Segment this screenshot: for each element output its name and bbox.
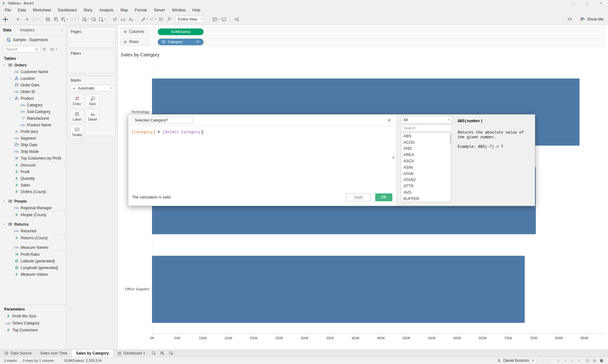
field-row-product[interactable]: ∨Product [0,95,66,102]
chevron-right-icon[interactable]: › [8,77,12,80]
field-row-product-name[interactable]: AbcProduct Name [0,122,66,128]
menu-analysis[interactable]: Analysis [96,7,117,13]
field-row-quantity[interactable]: #Quantity [0,175,66,182]
field-row-ship-date[interactable]: Ship Date [0,141,66,148]
menu-help[interactable]: Help [189,7,204,13]
replay-button[interactable]: ▾ [31,15,39,23]
tableau-logo-button[interactable] [1,15,10,23]
user-menu[interactable]: Daniel Bostrom ▾ [497,358,534,363]
filter-fields-icon[interactable] [42,47,47,52]
field-row-manufacturer[interactable]: Manufacturer [0,115,66,122]
nav-last-icon[interactable] [577,359,581,363]
sheet-tab-sales-by-category[interactable]: Sales by Category [72,350,113,357]
function-item-avg[interactable]: AVG [401,189,452,196]
function-item-asin[interactable]: ASIN [401,164,452,171]
chevron-down-icon[interactable]: ∨ [2,64,6,66]
mark-button-tooltip[interactable]: Tooltip [70,125,84,139]
function-category-dropdown[interactable]: All ▾ [401,116,452,123]
function-item-atan[interactable]: ATAN [401,171,452,177]
nav-first-icon[interactable] [556,359,560,363]
menu-server[interactable]: Server [150,7,168,13]
pill-category[interactable]: Category [158,39,204,45]
close-icon[interactable]: ✕ [386,117,392,123]
chevron-down-icon[interactable]: ∨ [2,223,6,226]
chevron-down-icon[interactable]: ∨ [8,97,12,100]
field-row-discount[interactable]: #Discount [0,162,66,168]
row-label-technology[interactable]: Technology [118,110,149,114]
mark-button-label[interactable]: Label [70,109,84,123]
menu-window[interactable]: Window [168,7,189,13]
chevron-down-icon[interactable]: ∨ [2,200,6,203]
apply-button[interactable]: Apply [346,193,371,201]
fit-selector-dropdown[interactable]: Entire View▾ [175,16,205,23]
field-row-order-id[interactable]: AbcOrder ID [0,88,66,95]
field-row-location[interactable]: ›Location [0,75,66,82]
new-story-tab-button[interactable] [167,350,175,357]
field-row-sub-category[interactable]: AbcSub-Category [0,108,66,115]
field-row-regional-manager[interactable]: AbcRegional Manager [0,204,66,211]
filters-shelf[interactable]: Filters [67,49,116,73]
nav-prev-icon[interactable] [563,359,567,363]
menu-story[interactable]: Story [80,7,96,13]
field-row-order-date[interactable]: Order Date [0,82,66,88]
pages-shelf[interactable]: Pages [67,27,116,47]
parameter-row-select-category[interactable]: AbcSelect Category [0,320,66,327]
field-row-customer-name[interactable]: AbcCustomer Name [0,68,66,75]
sort-ascending-button[interactable] [119,15,127,23]
undo-arrow-button[interactable] [14,15,22,23]
new-dashboard-tab-button[interactable] [158,350,167,357]
table-row-orders[interactable]: ∨Orders [0,62,66,68]
maximize-button[interactable]: □ [580,0,594,6]
sheet-tab-dashboard-1[interactable]: Dashboard 1 [113,350,150,357]
clear-sheet-button[interactable]: ▾ [98,15,106,23]
sort-descending-button[interactable] [127,15,136,23]
calculation-name-input[interactable]: Selected Category? [132,117,193,124]
mark-type-dropdown[interactable]: Automatic ▾ [70,85,113,91]
redo-arrow-button[interactable] [22,15,31,23]
function-item-acos[interactable]: ACOS [401,139,452,146]
formula-editor[interactable]: [Category] = [Select Category] [128,126,396,192]
menu-dashboard[interactable]: Dashboard [54,7,80,13]
pill-sum-sales[interactable]: SUM(Sales) [158,28,204,35]
datasource-row[interactable]: Sample - Superstore [0,35,66,44]
field-row-ship-mode[interactable]: AbcShip Mode [0,148,66,155]
view-as-list-icon[interactable] [50,47,54,52]
show-me-button[interactable]: Show Me [580,16,604,22]
swap-axes-button[interactable] [111,15,119,23]
field-row-segment[interactable]: AbcSegment [0,135,66,141]
function-search-input[interactable]: Search [401,125,452,131]
function-item-atan2[interactable]: ATAN2 [401,177,452,183]
nav-next-icon[interactable] [570,359,574,363]
field-search-input[interactable]: Search [3,46,41,53]
field-row-profit-ratio[interactable]: =#Profit Ratio [0,251,66,258]
share-workbook-button[interactable] [233,15,241,23]
function-item-attr[interactable]: ATTR [401,183,452,189]
tab-data[interactable]: Data [3,28,11,32]
new-worksheet-tab-button[interactable] [150,350,158,357]
field-row-latitude-generated[interactable]: Latitude (generated) [0,258,66,264]
sheet-tab-sales-over-time[interactable]: Sales over Time [36,350,72,357]
function-item-and[interactable]: AND [401,146,452,152]
menu-map[interactable]: Map [117,7,131,13]
duplicate-button[interactable] [90,15,98,23]
field-row-sales[interactable]: #Sales [0,182,66,188]
ok-button[interactable]: OK [375,193,392,201]
field-row-people-count[interactable]: #People (Count) [0,211,66,218]
field-row-longitude-generated[interactable]: Longitude (generated) [0,264,66,271]
parameter-row-profit-bin-size[interactable]: #Profit Bin Size [0,313,66,320]
save-button[interactable] [44,15,52,23]
group-members-button[interactable]: ▾ [149,15,157,23]
table-row-people[interactable]: ∨People [0,198,66,204]
view-filmstrip-icon[interactable] [592,359,597,363]
tab-analytics[interactable]: Analytics [20,28,35,32]
minimize-button[interactable]: – [566,0,580,6]
menu-file[interactable]: File [1,7,14,13]
menu-data[interactable]: Data [14,7,29,13]
function-item-area[interactable]: AREA [401,152,452,158]
parameter-row-top-customers[interactable]: #Top Customers [0,327,66,334]
mark-button-detail[interactable]: Detail [86,109,99,123]
function-item-buffer[interactable]: BUFFER [401,196,452,202]
sheet-tab-data-source[interactable]: Data Source [0,350,36,357]
columns-shelf[interactable]: Columns SUM(Sales) [120,27,605,36]
collapse-pane-button[interactable]: ‹ [61,28,63,32]
